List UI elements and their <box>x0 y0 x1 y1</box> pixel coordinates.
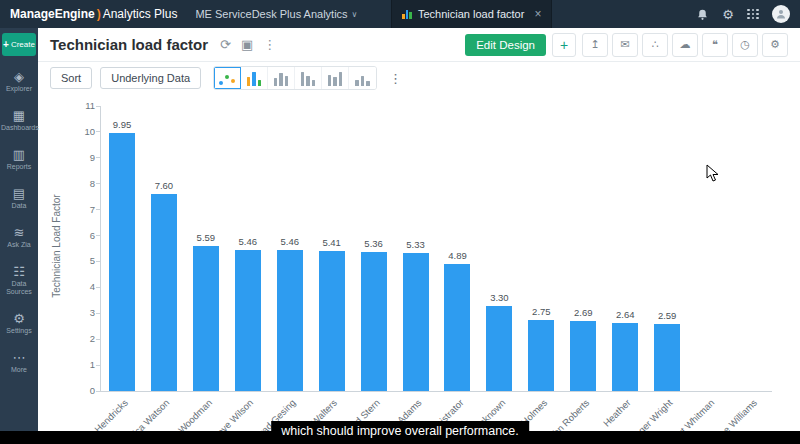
y-tick-label: 8 <box>69 179 95 188</box>
scatter-chart-icon[interactable] <box>214 67 241 89</box>
bar-slot: 5.46Brad Gesing <box>269 106 311 391</box>
sidebar-item-label: Explorer <box>6 85 32 93</box>
brand-swoosh-icon: ) <box>97 7 101 21</box>
bar-slot: 7.60Frederica Watson <box>143 106 185 391</box>
y-tick-label: 2 <box>69 334 95 343</box>
chart-toolbar: Sort Underlying Data ⋮ <box>38 62 800 94</box>
user-avatar[interactable] <box>772 5 790 23</box>
schedule-icon[interactable]: ◷ <box>732 33 758 57</box>
bar-slot: 5.36Howard Stern <box>353 106 395 391</box>
bar-value-label: 9.95 <box>113 119 132 130</box>
sidebar-item-settings[interactable]: ⚙Settings <box>0 306 38 341</box>
bar[interactable]: 5.36 <box>361 252 387 391</box>
notifications-bell-icon[interactable] <box>696 8 709 21</box>
column-descending-chart-icon[interactable] <box>295 67 322 89</box>
bar[interactable]: 2.59 <box>654 324 680 391</box>
bar[interactable]: 4.89 <box>444 264 470 391</box>
bar-slot: 5.59Robert Woodman <box>185 106 227 391</box>
reports-icon: ▥ <box>13 148 25 161</box>
bar-value-label: 2.59 <box>658 310 677 321</box>
bar[interactable]: 5.59 <box>193 246 219 391</box>
bar[interactable]: 5.33 <box>403 253 429 391</box>
apps-grid-icon[interactable] <box>747 9 759 20</box>
sidebar-item-data[interactable]: ▤Data <box>0 181 38 216</box>
explorer-icon: ◈ <box>14 70 24 83</box>
more-icon: ⋯ <box>13 351 26 364</box>
topbar: ManageEngine ) Analytics Plus ME Service… <box>0 0 800 28</box>
bar-chart-colored-icon[interactable] <box>241 67 268 89</box>
comment-icon[interactable]: ❝ <box>702 33 728 57</box>
sidebar-item-data-sources[interactable]: ☷Data Sources <box>0 259 38 302</box>
main-content: Technician load factor ⟳ ▣ ⋮ Edit Design… <box>38 28 800 444</box>
bar[interactable]: 2.64 <box>612 323 638 391</box>
bar[interactable]: 2.75 <box>528 320 554 391</box>
bar-slot: 2.75Ed Holmes <box>520 106 562 391</box>
refresh-icon[interactable]: ⟳ <box>220 38 231 51</box>
bar-slot: 2.59Roger Wright <box>646 106 688 391</box>
workspace-selector[interactable]: ME ServiceDesk Plus Analytics ∨ <box>195 8 357 20</box>
sidebar-item-explorer[interactable]: ◈Explorer <box>0 64 38 99</box>
y-tick-label: 6 <box>69 231 95 240</box>
x-axis-label: Heather <box>601 397 633 429</box>
bar[interactable]: 7.60 <box>151 194 177 391</box>
bar-slot: 2.64Heather <box>604 106 646 391</box>
sidebar-item-reports[interactable]: ▥Reports <box>0 142 38 177</box>
dashboards-icon: ▦ <box>13 109 25 122</box>
share-icon[interactable]: ∴ <box>642 33 668 57</box>
bar-value-label: 5.41 <box>322 237 341 248</box>
sidebar-item-dashboards[interactable]: ▦Dashboards <box>0 103 38 138</box>
bar[interactable]: 2.69 <box>570 321 596 391</box>
publish-cloud-icon[interactable]: ☁ <box>672 33 698 57</box>
report-tab[interactable]: Technician load factor × <box>391 0 552 28</box>
tab-close-icon[interactable]: × <box>534 7 541 21</box>
sidebar-item-ask-zia[interactable]: ≋Ask Zia <box>0 220 38 255</box>
toolbar-more-icon[interactable]: ⋮ <box>385 69 406 88</box>
save-icon[interactable]: ▣ <box>241 38 253 51</box>
bar-value-label: 3.30 <box>490 292 509 303</box>
bar[interactable]: 3.30 <box>486 306 512 392</box>
y-axis-title: Technician Load Factor <box>51 194 62 297</box>
tab-chart-icon <box>402 9 412 19</box>
more-options-icon[interactable]: ⋮ <box>263 38 276 51</box>
edit-design-button[interactable]: Edit Design <box>465 34 546 56</box>
settings-icon: ⚙ <box>13 312 25 325</box>
bar[interactable]: 9.95 <box>109 133 135 391</box>
sidebar-item-label: Dashboards <box>1 124 37 132</box>
funnel-chart-icon[interactable] <box>349 67 376 89</box>
bar[interactable]: 5.46 <box>277 250 303 391</box>
stacked-chart-icon[interactable] <box>322 67 349 89</box>
bar-slot: Joe Williams <box>730 106 772 391</box>
plot-area: 012345678910119.95Lynn Hendricks7.60Fred… <box>100 106 772 392</box>
export-icon[interactable]: ↥ <box>582 33 608 57</box>
y-tick-label: 4 <box>69 282 95 291</box>
sort-button[interactable]: Sort <box>50 67 92 89</box>
sidebar-item-label: Data <box>12 202 27 210</box>
report-settings-icon[interactable]: ⚙ <box>762 33 788 57</box>
add-button[interactable]: + <box>552 33 576 57</box>
brand-logo: ManageEngine ) Analytics Plus <box>10 7 177 21</box>
bar-slot: 9.95Lynn Hendricks <box>101 106 143 391</box>
y-tick-label: 9 <box>69 153 95 162</box>
column-chart-icon[interactable] <box>268 67 295 89</box>
bar-value-label: 5.46 <box>239 236 258 247</box>
underlying-data-button[interactable]: Underlying Data <box>100 67 201 89</box>
sidebar-item-label: Ask Zia <box>7 241 30 249</box>
email-icon[interactable]: ✉ <box>612 33 638 57</box>
tab-label: Technician load factor <box>418 8 524 20</box>
y-tick-label: 1 <box>69 360 95 369</box>
bar-slot: 4.89administrator <box>437 106 479 391</box>
settings-gear-icon[interactable]: ⚙ <box>722 8 734 21</box>
sidebar-item-more[interactable]: ⋯More <box>0 345 38 380</box>
bar-slot: 2.69John Roberts <box>562 106 604 391</box>
y-tick-label: 3 <box>69 308 95 317</box>
data-sources-icon: ☷ <box>13 265 25 278</box>
header-actions: ↥✉∴☁❝◷⚙ <box>582 33 788 57</box>
bar-value-label: 2.69 <box>574 307 593 318</box>
create-button-label: Create <box>11 40 35 49</box>
sidebar-item-label: Data Sources <box>1 280 37 296</box>
bar[interactable]: 5.46 <box>235 250 261 391</box>
y-tick-label: 7 <box>69 205 95 214</box>
bar[interactable]: 5.41 <box>319 251 345 391</box>
create-button[interactable]: + Create <box>2 33 36 56</box>
bar-slot: 5.46Steve Wilson <box>227 106 269 391</box>
